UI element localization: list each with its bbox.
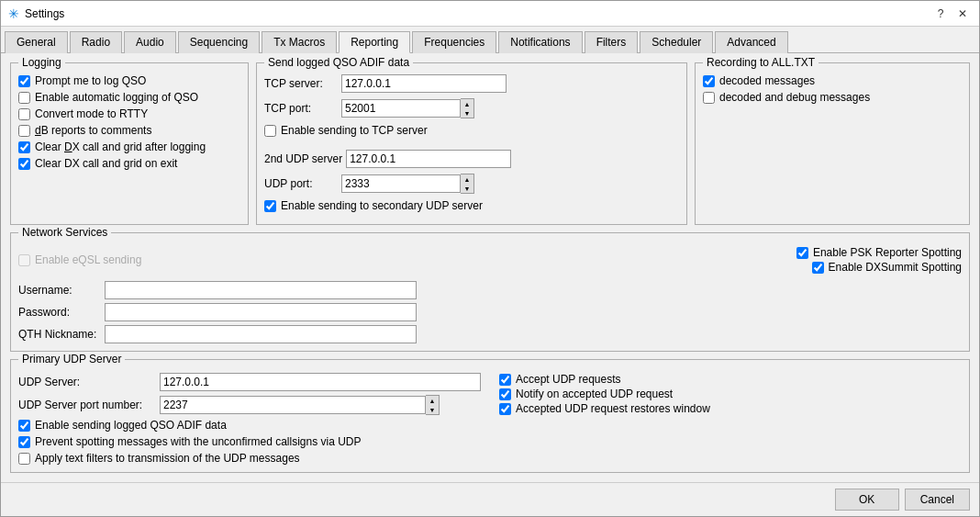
tab-tx-macros[interactable]: Tx Macros — [262, 31, 337, 53]
notify-udp-row[interactable]: Notify on accepted UDP request — [499, 388, 710, 400]
password-label: Password: — [18, 306, 101, 319]
tab-audio[interactable]: Audio — [124, 31, 176, 53]
udp-main-row: UDP Server: UDP Server port number: ▲ ▼ — [18, 373, 962, 415]
udp-enable-adif-checkbox[interactable] — [18, 420, 30, 432]
udp-port-input[interactable] — [160, 396, 426, 414]
udp-port-spinner-btns: ▲ ▼ — [426, 395, 440, 415]
udp-port-spinner-buttons: ▲ ▼ — [461, 174, 474, 194]
tcp-server-label: TCP server: — [264, 77, 338, 90]
enable-eqsl-label: Enable eQSL sending — [35, 253, 141, 266]
tab-advanced[interactable]: Advanced — [715, 31, 787, 53]
recording-decoded[interactable]: decoded messages — [703, 74, 962, 87]
logging-auto-logging[interactable]: Enable automatic logging of QSO — [18, 91, 240, 104]
tcp-port-input[interactable] — [341, 99, 461, 118]
psk-options: Enable PSK Reporter Spotting Enable DXSu… — [796, 246, 962, 274]
cancel-button[interactable]: Cancel — [905, 489, 970, 511]
udp-port-spinner: ▲ ▼ — [341, 174, 474, 194]
logging-convert-rtty[interactable]: Convert mode to RTTY — [18, 107, 240, 120]
logging-clear-dx-exit-label: Clear DX call and grid on exit — [35, 157, 177, 170]
udp-port-down[interactable]: ▼ — [461, 184, 473, 193]
tab-radio[interactable]: Radio — [70, 31, 122, 53]
recording-debug-checkbox[interactable] — [703, 92, 715, 104]
udp-enable-adif-row[interactable]: Enable sending logged QSO ADIF data — [18, 419, 962, 432]
accept-udp-checkbox[interactable] — [499, 374, 511, 386]
recording-debug[interactable]: decoded and debug messages — [703, 91, 962, 104]
dxsummit-label: Enable DXSummit Spotting — [829, 261, 962, 274]
logging-clear-dx-exit[interactable]: Clear DX call and grid on exit — [18, 157, 240, 170]
udp-checkboxes-right: Accept UDP requests Notify on accepted U… — [499, 373, 710, 415]
enable-tcp-checkbox[interactable] — [264, 125, 276, 137]
restore-udp-row[interactable]: Accepted UDP request restores window — [499, 402, 710, 415]
accept-udp-label: Accept UDP requests — [516, 373, 621, 386]
psk-reporter-row[interactable]: Enable PSK Reporter Spotting — [796, 246, 962, 259]
udp-server-input[interactable] — [160, 373, 481, 391]
dxsummit-row[interactable]: Enable DXSummit Spotting — [812, 261, 962, 274]
udp2-server-input[interactable] — [346, 150, 511, 168]
recording-decoded-label: decoded messages — [719, 74, 815, 87]
tab-reporting[interactable]: Reporting — [339, 31, 410, 53]
udp-inputs: UDP Server: UDP Server port number: ▲ ▼ — [18, 373, 481, 415]
recording-decoded-checkbox[interactable] — [703, 75, 715, 87]
password-input[interactable] — [105, 303, 417, 321]
tab-filters[interactable]: Filters — [585, 31, 639, 53]
udp-server-row: UDP Server: — [18, 373, 481, 391]
enable-udp-checkbox[interactable] — [264, 200, 276, 212]
tab-notifications[interactable]: Notifications — [498, 31, 582, 53]
enable-eqsl-row[interactable]: Enable eQSL sending — [18, 253, 141, 266]
logging-clear-dx-exit-checkbox[interactable] — [18, 158, 30, 170]
enable-udp-row[interactable]: Enable sending to secondary UDP server — [264, 199, 679, 212]
logging-section: Logging Prompt me to log QSO Enable auto… — [10, 62, 249, 225]
tab-sequencing[interactable]: Sequencing — [178, 31, 260, 53]
udp2-server-row: 2nd UDP server — [264, 150, 679, 168]
udp-port-row: UDP port: ▲ ▼ — [264, 174, 679, 194]
udp-port-input[interactable] — [341, 174, 461, 193]
logging-convert-rtty-checkbox[interactable] — [18, 108, 30, 120]
tcp-port-up[interactable]: ▲ — [461, 99, 473, 108]
tab-general[interactable]: General — [5, 31, 68, 53]
udp-port-down[interactable]: ▼ — [426, 405, 439, 414]
tab-scheduler[interactable]: Scheduler — [640, 31, 713, 53]
dxsummit-checkbox[interactable] — [812, 262, 824, 274]
logging-clear-dx-after-checkbox[interactable] — [18, 141, 30, 153]
tab-frequencies[interactable]: Frequencies — [412, 31, 496, 53]
help-button[interactable]: ? — [931, 5, 950, 23]
udp-prevent-spotting-row[interactable]: Prevent spotting messages with the uncon… — [18, 435, 962, 448]
ok-button[interactable]: OK — [835, 489, 899, 511]
tabs-bar: General Radio Audio Sequencing Tx Macros… — [1, 27, 979, 53]
username-input[interactable] — [105, 281, 417, 299]
udp-port-up[interactable]: ▲ — [461, 174, 473, 184]
tcp-port-spinner-buttons: ▲ ▼ — [461, 98, 474, 118]
logging-clear-dx-after[interactable]: Clear DX call and grid after logging — [18, 140, 240, 153]
enable-tcp-row[interactable]: Enable sending to TCP server — [264, 124, 679, 137]
adif-section: Send logged QSO ADIF data TCP server: TC… — [256, 62, 687, 225]
logging-auto-logging-checkbox[interactable] — [18, 92, 30, 104]
udp-prevent-spotting-label: Prevent spotting messages with the uncon… — [35, 435, 362, 448]
logging-db-reports[interactable]: dB reports to comments — [18, 124, 240, 137]
logging-db-reports-label: dB reports to comments — [35, 124, 151, 137]
restore-udp-checkbox[interactable] — [499, 403, 511, 415]
udp-enable-adif-label: Enable sending logged QSO ADIF data — [35, 419, 227, 432]
logging-prompt-qso[interactable]: Prompt me to log QSO — [18, 74, 240, 87]
recording-section: Recording to ALL.TXT decoded messages de… — [695, 62, 970, 225]
logging-db-reports-checkbox[interactable] — [18, 125, 30, 137]
udp-content: UDP Server: UDP Server port number: ▲ ▼ — [18, 373, 962, 465]
udp-port-label: UDP port: — [264, 177, 338, 190]
close-button[interactable]: ✕ — [953, 5, 972, 23]
logging-prompt-qso-checkbox[interactable] — [18, 75, 30, 87]
enable-eqsl-checkbox[interactable] — [18, 254, 30, 266]
udp-prevent-spotting-checkbox[interactable] — [18, 436, 30, 448]
notify-udp-checkbox[interactable] — [499, 388, 511, 400]
content-area: Logging Prompt me to log QSO Enable auto… — [1, 53, 979, 482]
tcp-port-down[interactable]: ▼ — [461, 108, 473, 118]
psk-reporter-checkbox[interactable] — [796, 247, 808, 259]
udp-port-up[interactable]: ▲ — [426, 396, 439, 405]
udp-port-group: ▲ ▼ — [160, 395, 440, 415]
title-bar-controls: ? ✕ — [931, 5, 972, 23]
logging-clear-dx-after-label: Clear DX call and grid after logging — [35, 140, 206, 153]
qth-input[interactable] — [105, 325, 417, 343]
title-bar-left: ✳ Settings — [8, 6, 64, 21]
udp-apply-filters-row[interactable]: Apply text filters to transmission of th… — [18, 452, 962, 465]
accept-udp-row[interactable]: Accept UDP requests — [499, 373, 710, 386]
tcp-server-input[interactable] — [341, 74, 507, 93]
udp-apply-filters-checkbox[interactable] — [18, 453, 30, 465]
